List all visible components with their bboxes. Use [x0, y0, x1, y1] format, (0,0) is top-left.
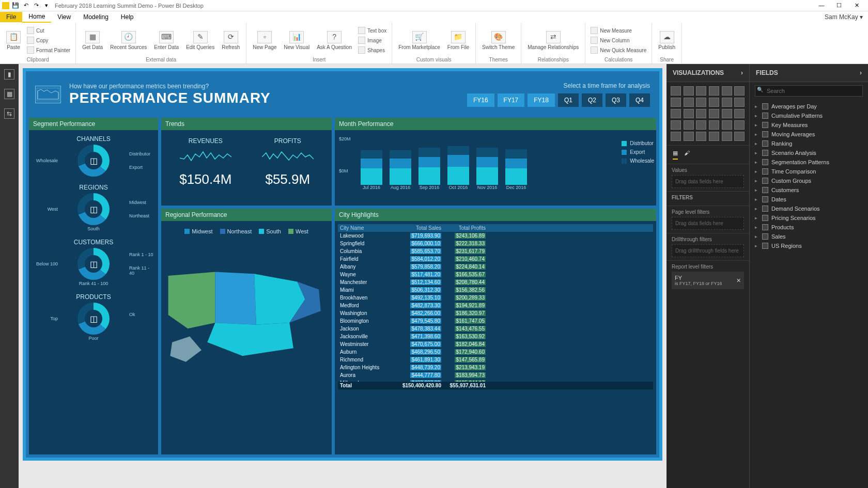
table-row[interactable]: Medford$482,873.30$194,921.89 [338, 302, 653, 309]
viz-type-tile[interactable] [734, 98, 745, 107]
field-table-customers[interactable]: Customers [753, 185, 865, 195]
bar-Nov-2016[interactable] [476, 144, 498, 185]
bar-Dec-2016[interactable] [505, 144, 527, 185]
recent-sources-button[interactable]: 🕘Recent Sources [107, 30, 150, 51]
table-row[interactable]: Lakewood$719,693.90$243,106.89 [338, 232, 653, 240]
user-label[interactable]: Sam McKay ▾ [825, 13, 868, 21]
viz-type-tile[interactable] [722, 120, 732, 130]
ask-question-button[interactable]: ?Ask A Question [314, 30, 355, 51]
edit-queries-button[interactable]: ✎Edit Queries [183, 30, 218, 51]
publish-button[interactable]: ☁Publish [655, 30, 678, 51]
new-quick-measure-button[interactable]: New Quick Measure [588, 45, 648, 55]
data-view-icon[interactable]: ▦ [4, 89, 14, 99]
viz-type-tile[interactable] [696, 98, 706, 107]
table-row[interactable]: Westminster$470,675.00$182,046.84 [338, 340, 653, 348]
from-file-button[interactable]: 📁From File [444, 30, 472, 51]
format-painter-button[interactable]: Format Painter [25, 45, 72, 55]
field-table-key-measures[interactable]: Key Measures [753, 120, 865, 130]
close-icon[interactable]: ✕ [851, 2, 862, 9]
copy-button[interactable]: Copy [25, 36, 72, 45]
field-table-moving-averages[interactable]: Moving Averages [753, 130, 865, 139]
report-view-icon[interactable]: ▮ [4, 69, 14, 80]
chevron-right-icon[interactable]: › [860, 69, 862, 76]
bar-Oct-2016[interactable] [447, 144, 469, 185]
bar-Sep-2016[interactable] [419, 144, 440, 185]
field-table-averages-per-day[interactable]: Averages per Day [753, 102, 865, 111]
shapes-button[interactable]: Shapes [356, 45, 389, 55]
viz-type-tile[interactable] [709, 98, 719, 107]
table-row[interactable]: Richmond$461,891.30$147,565.89 [338, 356, 653, 364]
field-table-custom-groups[interactable]: Custom Groups [753, 176, 865, 185]
field-table-scenario-analysis[interactable]: Scenario Analysis [753, 148, 865, 158]
field-table-dates[interactable]: Dates [753, 195, 865, 204]
viz-type-tile[interactable] [722, 98, 732, 107]
table-row[interactable]: Washington$482,266.00$186,320.97 [338, 309, 653, 317]
q3-button[interactable]: Q3 [606, 93, 626, 107]
refresh-button[interactable]: ⟳Refresh [219, 30, 243, 51]
fy16-button[interactable]: FY16 [467, 93, 494, 107]
table-row[interactable]: Springfield$666,000.10$222,318.33 [338, 240, 653, 247]
visualizations-header[interactable]: VISUALIZATIONS› [667, 64, 749, 82]
chevron-right-icon[interactable]: › [741, 69, 743, 76]
city-highlights-panel[interactable]: City Highlights City Name Total Sales To… [335, 209, 656, 454]
save-icon[interactable]: 💾 [11, 2, 20, 10]
table-row[interactable]: Columbia$585,653.70$231,617.79 [338, 247, 653, 255]
table-row[interactable]: Brookhaven$492,135.10$200,289.33 [338, 294, 653, 302]
report-filter-fy[interactable]: FY is FY17, FY18 or FY16 ✕ [672, 272, 744, 289]
table-row[interactable]: Jacksonville$471,398.60$163,530.92 [338, 333, 653, 340]
q2-button[interactable]: Q2 [582, 93, 602, 107]
drillthrough-dropzone[interactable]: Drag drillthrough fields here [672, 244, 744, 257]
viz-type-tile[interactable] [684, 120, 694, 130]
segment-performance-panel[interactable]: Segment Performance CHANNELS Wholesale ◫… [29, 118, 158, 454]
viz-type-tile[interactable] [684, 98, 694, 107]
table-row[interactable]: Bloomington$479,545.80$161,747.05 [338, 317, 653, 325]
viz-type-tile[interactable] [671, 132, 681, 141]
table-row[interactable]: Arlington Heights$448,739.20$213,943.19 [338, 364, 653, 371]
viz-type-tile[interactable] [722, 132, 732, 141]
viz-type-tile[interactable] [734, 86, 745, 96]
new-column-button[interactable]: New Column [588, 36, 648, 45]
manage-relationships-button[interactable]: ⇄Manage Relationships [524, 30, 582, 51]
model-view-icon[interactable]: ⇆ [4, 108, 14, 119]
fy17-button[interactable]: FY17 [498, 93, 525, 107]
home-tab[interactable]: Home [22, 11, 51, 23]
file-tab[interactable]: File [0, 12, 22, 22]
donut-channels[interactable]: CHANNELS Wholesale ◫ Distributor Export [32, 135, 155, 177]
regional-performance-panel[interactable]: Regional Performance Midwest Northeast S… [161, 209, 332, 454]
viz-type-tile[interactable] [722, 109, 732, 118]
table-row[interactable]: Miami$506,312.30$156,382.56 [338, 286, 653, 294]
text-box-button[interactable]: Text box [356, 26, 389, 35]
minimize-icon[interactable]: — [816, 2, 827, 9]
undo-icon[interactable]: ↶ [22, 2, 30, 10]
viz-type-tile[interactable] [671, 98, 681, 107]
bar-Jul-2016[interactable] [361, 144, 382, 185]
table-row[interactable]: Aurora$444,777.80$183,994.73 [338, 371, 653, 379]
bar-Aug-2016[interactable] [390, 144, 411, 185]
q1-button[interactable]: Q1 [558, 93, 579, 107]
field-table-time-comparison[interactable]: Time Comparison [753, 167, 865, 176]
fields-header[interactable]: FIELDS› [750, 64, 868, 82]
paste-button[interactable]: 📋Paste [3, 30, 24, 51]
viz-type-tile[interactable] [734, 120, 745, 130]
viz-type-tile[interactable] [696, 132, 706, 141]
donut-products[interactable]: PRODUCTS Top ◫ Ok Poor [32, 293, 155, 341]
viz-type-tile[interactable] [696, 120, 706, 130]
table-row[interactable]: Fairfield$584,012.20$210,460.74 [338, 255, 653, 263]
donut-regions[interactable]: REGIONS West ◫ Midwest Northeast South [32, 184, 155, 231]
table-row[interactable]: Jackson$478,383.44$143,476.55 [338, 325, 653, 333]
viz-type-tile[interactable] [684, 109, 694, 118]
clear-filter-icon[interactable]: ✕ [736, 277, 741, 284]
fields-tab-icon[interactable]: ▦ [673, 150, 678, 160]
new-page-button[interactable]: ▫New Page [250, 30, 280, 51]
new-measure-button[interactable]: New Measure [588, 26, 648, 35]
table-row[interactable]: Albany$579,858.20$224,840.14 [338, 263, 653, 271]
field-table-ranking[interactable]: Ranking [753, 139, 865, 148]
viz-type-tile[interactable] [709, 109, 719, 118]
values-dropzone[interactable]: Drag data fields here [672, 175, 744, 188]
search-input[interactable] [755, 85, 863, 97]
redo-icon[interactable]: ↷ [32, 2, 40, 10]
field-table-segmentation-patterns[interactable]: Segmentation Patterns [753, 158, 865, 167]
field-table-us-regions[interactable]: US Regions [753, 241, 865, 250]
view-tab[interactable]: View [51, 12, 77, 22]
field-table-demand-scenarios[interactable]: Demand Scenarios [753, 204, 865, 213]
